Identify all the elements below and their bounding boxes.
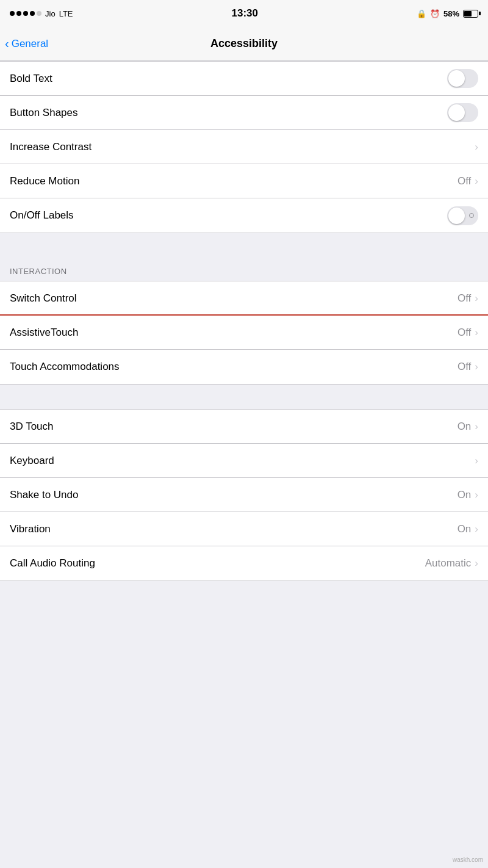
display-settings-list: Bold Text Button Shapes Increase Contras… bbox=[0, 61, 488, 233]
onoff-indicator-circle bbox=[469, 213, 474, 218]
back-label: General bbox=[12, 38, 48, 50]
signal-dot-3 bbox=[23, 11, 28, 16]
bold-text-knob bbox=[448, 70, 465, 87]
onoff-labels-row[interactable]: On/Off Labels bbox=[0, 198, 488, 233]
3d-touch-row[interactable]: 3D Touch On › bbox=[0, 410, 488, 444]
back-chevron-icon: ‹ bbox=[5, 37, 9, 49]
shake-to-undo-value: On bbox=[458, 489, 472, 501]
battery-icon bbox=[463, 10, 478, 18]
battery-percent: 58% bbox=[443, 9, 459, 18]
separator-2 bbox=[0, 385, 488, 409]
network-type: LTE bbox=[59, 9, 73, 18]
status-bar: Jio LTE 13:30 🔒 ⏰ 58% bbox=[0, 0, 488, 27]
reduce-motion-label: Reduce Motion bbox=[10, 175, 458, 187]
vibration-label: Vibration bbox=[10, 523, 458, 535]
increase-contrast-row[interactable]: Increase Contrast › bbox=[0, 130, 488, 164]
bold-text-row[interactable]: Bold Text bbox=[0, 62, 488, 96]
button-shapes-row[interactable]: Button Shapes bbox=[0, 96, 488, 130]
signal-dot-2 bbox=[16, 11, 21, 16]
watermark: waskh.com bbox=[453, 856, 483, 863]
lock-icon: 🔒 bbox=[417, 9, 426, 18]
carrier-name: Jio bbox=[45, 9, 56, 18]
touch-accommodations-label: Touch Accommodations bbox=[10, 361, 458, 373]
shake-to-undo-row[interactable]: Shake to Undo On › bbox=[0, 478, 488, 512]
signal-dots bbox=[10, 11, 41, 16]
interaction-section-header: INTERACTION bbox=[0, 255, 488, 281]
call-audio-routing-label: Call Audio Routing bbox=[10, 557, 425, 570]
button-shapes-knob bbox=[448, 104, 465, 121]
separator-1 bbox=[0, 233, 488, 255]
interaction-settings-list: Switch Control Off › AssistiveTouch Off … bbox=[0, 281, 488, 385]
3d-touch-value: On bbox=[458, 421, 472, 433]
onoff-labels-knob bbox=[448, 208, 465, 224]
back-button[interactable]: ‹ General bbox=[5, 38, 48, 50]
hardware-group: 3D Touch On › Keyboard › Shake to Undo O… bbox=[0, 409, 488, 581]
nav-bar: ‹ General Accessibility bbox=[0, 27, 488, 61]
call-audio-routing-chevron-icon: › bbox=[475, 557, 478, 570]
display-group: Bold Text Button Shapes Increase Contras… bbox=[0, 61, 488, 233]
call-audio-routing-value: Automatic bbox=[425, 557, 472, 570]
assistive-touch-row[interactable]: AssistiveTouch Off › bbox=[0, 316, 488, 350]
onoff-labels-label: On/Off Labels bbox=[10, 209, 447, 222]
vibration-value: On bbox=[458, 523, 472, 535]
assistive-touch-chevron-icon: › bbox=[475, 327, 478, 339]
shake-to-undo-chevron-icon: › bbox=[475, 489, 478, 501]
shake-to-undo-label: Shake to Undo bbox=[10, 489, 458, 501]
hardware-settings-list: 3D Touch On › Keyboard › Shake to Undo O… bbox=[0, 409, 488, 581]
keyboard-row[interactable]: Keyboard › bbox=[0, 444, 488, 478]
reduce-motion-value: Off bbox=[458, 175, 471, 187]
vibration-row[interactable]: Vibration On › bbox=[0, 512, 488, 546]
call-audio-routing-row[interactable]: Call Audio Routing Automatic › bbox=[0, 546, 488, 580]
signal-dot-5 bbox=[37, 11, 41, 16]
assistive-touch-label: AssistiveTouch bbox=[10, 327, 458, 339]
signal-dot-4 bbox=[30, 11, 35, 16]
touch-accommodations-value: Off bbox=[458, 361, 471, 373]
battery-fill bbox=[464, 11, 472, 16]
page-title: Accessibility bbox=[210, 37, 278, 50]
bold-text-label: Bold Text bbox=[10, 73, 447, 85]
switch-control-row[interactable]: Switch Control Off › bbox=[0, 281, 488, 316]
bold-text-toggle[interactable] bbox=[447, 69, 478, 88]
vibration-chevron-icon: › bbox=[475, 523, 478, 535]
3d-touch-chevron-icon: › bbox=[475, 421, 478, 433]
battery-body bbox=[463, 10, 478, 18]
button-shapes-toggle[interactable] bbox=[447, 103, 478, 122]
touch-accommodations-chevron-icon: › bbox=[475, 361, 478, 373]
increase-contrast-label: Increase Contrast bbox=[10, 141, 475, 153]
reduce-motion-chevron-icon: › bbox=[475, 175, 478, 187]
reduce-motion-row[interactable]: Reduce Motion Off › bbox=[0, 164, 488, 198]
button-shapes-label: Button Shapes bbox=[10, 107, 447, 119]
switch-control-chevron-icon: › bbox=[475, 292, 478, 305]
touch-accommodations-row[interactable]: Touch Accommodations Off › bbox=[0, 350, 488, 384]
signal-dot-1 bbox=[10, 11, 15, 16]
switch-control-value: Off bbox=[458, 292, 471, 305]
3d-touch-label: 3D Touch bbox=[10, 421, 458, 433]
increase-contrast-chevron-icon: › bbox=[475, 141, 478, 153]
status-time: 13:30 bbox=[232, 7, 258, 20]
status-left: Jio LTE bbox=[10, 9, 73, 18]
interaction-group: Switch Control Off › AssistiveTouch Off … bbox=[0, 281, 488, 385]
keyboard-label: Keyboard bbox=[10, 455, 475, 467]
assistive-touch-value: Off bbox=[458, 327, 471, 339]
onoff-labels-toggle[interactable] bbox=[447, 206, 478, 225]
keyboard-chevron-icon: › bbox=[475, 455, 478, 467]
switch-control-label: Switch Control bbox=[10, 292, 458, 305]
status-right: 🔒 ⏰ 58% bbox=[417, 9, 478, 18]
alarm-icon: ⏰ bbox=[430, 9, 440, 18]
